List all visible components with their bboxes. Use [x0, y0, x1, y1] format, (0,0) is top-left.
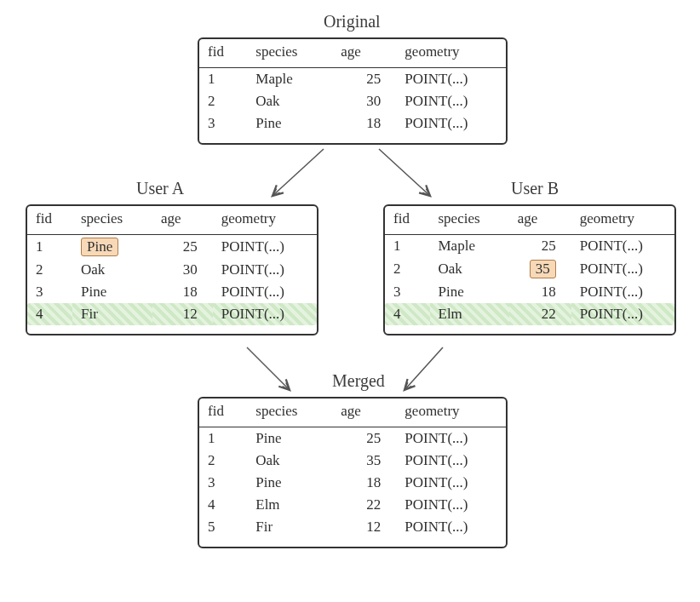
table-original: fid species age geometry 1Maple25POINT(.…: [198, 37, 508, 145]
cell-geometry: POINT(...): [396, 494, 506, 516]
cell-age: 12: [152, 303, 213, 325]
cell-geometry: POINT(...): [571, 303, 674, 325]
cell-geometry: POINT(...): [571, 257, 674, 281]
cell-fid: 3: [199, 112, 247, 135]
header-geometry: geometry: [571, 206, 674, 235]
cell-species: Maple: [430, 235, 509, 257]
table-row: 3Pine18POINT(...): [199, 472, 506, 494]
cell-species: Fir: [72, 303, 152, 325]
label-user-b: User B: [511, 179, 559, 198]
cell-species: Pine: [430, 281, 509, 303]
header-age: age: [509, 206, 571, 235]
cell-species: Pine: [247, 427, 332, 450]
cell-geometry: POINT(...): [396, 68, 506, 90]
cell-geometry: POINT(...): [396, 472, 506, 494]
cell-species: Pine: [247, 112, 332, 135]
cell-geometry: POINT(...): [571, 235, 674, 257]
header-geometry: geometry: [396, 398, 506, 427]
cell-age: 35: [332, 450, 396, 472]
cell-fid: 2: [199, 90, 247, 112]
cell-geometry: POINT(...): [396, 516, 506, 538]
cell-species: Oak: [72, 259, 152, 281]
highlight-change: Pine: [81, 238, 118, 256]
cell-age: 18: [332, 112, 396, 135]
cell-geometry: POINT(...): [396, 112, 506, 135]
arrow-icon: [379, 149, 430, 196]
header-species: species: [430, 206, 509, 235]
table-row: 2Oak30POINT(...): [27, 259, 317, 281]
header-age: age: [332, 398, 396, 427]
cell-age: 18: [152, 281, 213, 303]
cell-age: 35: [509, 257, 571, 281]
header-species: species: [72, 206, 152, 235]
cell-fid: 2: [199, 450, 247, 472]
cell-fid: 5: [199, 516, 247, 538]
table-row: 4Elm22POINT(...): [199, 494, 506, 516]
cell-fid: 1: [199, 68, 247, 90]
cell-fid: 4: [27, 303, 72, 325]
cell-age: 12: [332, 516, 396, 538]
label-merged: Merged: [332, 371, 385, 391]
arrow-icon: [247, 347, 290, 390]
table-row: 3Pine18POINT(...): [385, 281, 674, 303]
cell-age: 30: [152, 259, 213, 281]
header-fid: fid: [199, 39, 247, 68]
cell-fid: 1: [27, 235, 72, 259]
cell-fid: 2: [385, 257, 430, 281]
cell-species: Pine: [247, 472, 332, 494]
arrow-icon: [405, 347, 443, 390]
cell-geometry: POINT(...): [213, 281, 317, 303]
cell-age: 25: [509, 235, 571, 257]
cell-fid: 4: [199, 494, 247, 516]
cell-age: 18: [509, 281, 571, 303]
cell-geometry: POINT(...): [396, 90, 506, 112]
table-row-added: 4Fir12POINT(...): [27, 303, 317, 325]
cell-age: 25: [332, 427, 396, 450]
cell-fid: 3: [27, 281, 72, 303]
table-row: 1Pine25POINT(...): [199, 427, 506, 450]
cell-geometry: POINT(...): [571, 281, 674, 303]
label-user-a: User A: [136, 179, 184, 198]
cell-species: Fir: [247, 516, 332, 538]
cell-geometry: POINT(...): [396, 427, 506, 450]
header-fid: fid: [27, 206, 72, 235]
table-merged: fid species age geometry 1Pine25POINT(..…: [198, 397, 508, 548]
table-row: 3Pine18POINT(...): [199, 112, 506, 135]
cell-fid: 3: [199, 472, 247, 494]
table-row: 1Maple25POINT(...): [199, 68, 506, 90]
header-fid: fid: [199, 398, 247, 427]
cell-fid: 2: [27, 259, 72, 281]
cell-species: Maple: [247, 68, 332, 90]
cell-species: Oak: [247, 90, 332, 112]
cell-geometry: POINT(...): [396, 450, 506, 472]
cell-species: Oak: [430, 257, 509, 281]
header-age: age: [332, 39, 396, 68]
cell-fid: 3: [385, 281, 430, 303]
cell-fid: 1: [199, 427, 247, 450]
cell-age: 22: [509, 303, 571, 325]
cell-geometry: POINT(...): [213, 259, 317, 281]
table-row: 3Pine18POINT(...): [27, 281, 317, 303]
cell-age: 25: [332, 68, 396, 90]
cell-age: 18: [332, 472, 396, 494]
cell-species: Pine: [72, 235, 152, 259]
cell-species: Elm: [430, 303, 509, 325]
cell-species: Elm: [247, 494, 332, 516]
table-row-added: 4Elm22POINT(...): [385, 303, 674, 325]
header-age: age: [152, 206, 213, 235]
cell-fid: 1: [385, 235, 430, 257]
cell-species: Pine: [72, 281, 152, 303]
header-species: species: [247, 39, 332, 68]
arrow-icon: [273, 149, 324, 196]
cell-species: Oak: [247, 450, 332, 472]
header-fid: fid: [385, 206, 430, 235]
table-row: 1Maple25POINT(...): [385, 235, 674, 257]
table-user-a: fid species age geometry 1Pine25POINT(..…: [26, 204, 318, 335]
table-row: 2Oak35POINT(...): [385, 257, 674, 281]
cell-fid: 4: [385, 303, 430, 325]
table-row: 2Oak35POINT(...): [199, 450, 506, 472]
cell-age: 30: [332, 90, 396, 112]
label-original: Original: [324, 12, 381, 32]
table-user-b: fid species age geometry 1Maple25POINT(.…: [383, 204, 676, 335]
highlight-change: 35: [530, 260, 556, 278]
